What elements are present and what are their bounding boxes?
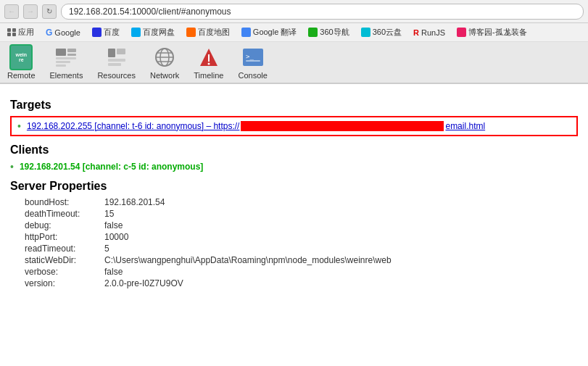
bookmark-360nav-label: 360导航	[320, 27, 349, 38]
weinre-logo-icon: wein re	[9, 46, 33, 69]
prop-key-boundhost: boundHost:	[25, 197, 104, 207]
prop-key-httpport: httpPort:	[25, 232, 104, 242]
prop-row-httpport: httpPort: 10000	[25, 232, 578, 242]
prop-value-debug: false	[104, 220, 123, 230]
tool-elements[interactable]: Elements	[43, 43, 91, 83]
prop-row-verbose: verbose: false	[25, 267, 578, 277]
prop-key-debug: debug:	[25, 220, 104, 230]
prop-value-deathtimeout: 15	[104, 209, 114, 219]
svg-rect-20	[246, 60, 260, 62]
prop-row-deathtimeout: deathTimeout: 15	[25, 209, 578, 219]
svg-text:>_: >_	[246, 53, 254, 60]
bookmark-google-label: Google	[54, 28, 80, 37]
targets-heading: Targets	[10, 99, 578, 112]
svg-rect-0	[56, 49, 66, 56]
bookmark-apps-label: 应用	[18, 27, 34, 38]
bullet-icon: •	[17, 120, 21, 132]
network-icon	[153, 46, 176, 69]
tool-remote[interactable]: wein re Remote	[0, 43, 43, 83]
tool-console-label: Console	[238, 71, 267, 80]
svg-rect-5	[56, 65, 66, 67]
bookmark-runjs-label: RunJS	[421, 28, 445, 37]
server-props-section: Server Properties boundHost: 192.168.201…	[10, 180, 578, 288]
console-icon: >_	[241, 46, 265, 69]
address-bar[interactable]	[61, 4, 584, 20]
baidu-net-icon	[131, 28, 141, 37]
svg-rect-3	[56, 57, 76, 59]
client-link[interactable]: 192.168.201.54 [channel: c-5 id: anonymo…	[20, 162, 203, 172]
bookmark-baidu-map[interactable]: 百度地图	[182, 25, 234, 39]
target-link-text: 192.168.202.255 [channel: t-6 id: anonym…	[27, 121, 240, 131]
server-heading: Server Properties	[10, 180, 578, 193]
runjs-icon: R	[413, 28, 419, 37]
client-item: • 192.168.201.54 [channel: c-5 id: anony…	[10, 161, 578, 172]
tool-timeline-label: Timeline	[194, 71, 223, 80]
client-bullet-icon: •	[10, 161, 14, 172]
prop-row-version: version: 2.0.0-pre-I0Z7U9OV	[25, 278, 578, 288]
clients-heading: Clients	[10, 144, 578, 157]
tool-console[interactable]: >_ Console	[231, 43, 274, 83]
prop-row-boundhost: boundHost: 192.168.201.54	[25, 197, 578, 207]
redacted-url	[241, 121, 444, 131]
prop-value-readtimeout: 5	[104, 244, 109, 254]
forward-button[interactable]: →	[23, 4, 38, 19]
bookmark-baidu-net[interactable]: 百度网盘	[127, 25, 179, 39]
blog-icon	[457, 28, 466, 37]
timeline-icon	[197, 46, 220, 69]
prop-value-boundhost: 192.168.201.54	[104, 197, 165, 207]
bookmark-360nav[interactable]: 360导航	[304, 25, 353, 39]
prop-value-httpport: 10000	[104, 232, 128, 242]
prop-value-version: 2.0.0-pre-I0Z7U9OV	[104, 278, 183, 288]
svg-point-17	[207, 62, 210, 65]
svg-rect-7	[117, 49, 125, 54]
devtools-toolbar: wein re Remote Elements	[0, 42, 588, 84]
tool-network[interactable]: Network	[143, 43, 186, 83]
prop-key-verbose: verbose:	[25, 267, 104, 277]
bookmark-blog-label: 博客园-孤尨装备	[468, 27, 527, 38]
bookmark-360cloud-label: 360云盘	[373, 27, 402, 38]
bookmark-baidu-label: 百度	[104, 27, 120, 38]
svg-rect-6	[108, 49, 115, 57]
prop-key-deathtimeout: deathTimeout:	[25, 209, 104, 219]
prop-row-staticwebdir: staticWebDir: C:\Users\wangpenghui\AppDa…	[25, 255, 578, 265]
back-button[interactable]: ←	[4, 4, 19, 19]
prop-row-debug: debug: false	[25, 220, 578, 230]
tool-elements-label: Elements	[50, 71, 83, 80]
bookmark-apps[interactable]: 应用	[3, 25, 38, 39]
bookmark-google[interactable]: G Google	[41, 26, 85, 39]
svg-rect-8	[108, 59, 125, 62]
bookmark-google-trans-label: Google 翻译	[253, 27, 297, 38]
tool-network-label: Network	[150, 71, 179, 80]
google-trans-icon	[241, 28, 251, 37]
bookmark-baidu[interactable]: 百度	[88, 25, 124, 39]
bookmark-google-trans[interactable]: Google 翻译	[237, 25, 302, 39]
resources-icon	[105, 46, 128, 69]
prop-key-staticwebdir: staticWebDir:	[25, 255, 104, 265]
svg-rect-1	[67, 49, 76, 52]
reload-button[interactable]: ↻	[42, 4, 57, 19]
360nav-icon	[308, 28, 318, 37]
bookmark-baidu-map-label: 百度地图	[198, 27, 230, 38]
prop-value-staticwebdir: C:\Users\wangpenghui\AppData\Roaming\npm…	[104, 255, 392, 265]
svg-rect-9	[108, 63, 121, 66]
tool-remote-label: Remote	[7, 71, 36, 80]
targets-section: Targets • 192.168.202.255 [channel: t-6 …	[10, 99, 578, 136]
prop-key-version: version:	[25, 278, 104, 288]
bookmark-blog[interactable]: 博客园-孤尨装备	[452, 25, 531, 39]
target-link-suffix: email.html	[445, 121, 485, 131]
bookmark-runjs[interactable]: R RunJS	[409, 27, 450, 38]
tool-resources-label: Resources	[97, 71, 136, 80]
google-icon: G	[46, 28, 52, 38]
browser-nav-bar: ← → ↻	[0, 0, 588, 23]
baidu-map-icon	[186, 28, 196, 37]
clients-section: Clients • 192.168.201.54 [channel: c-5 i…	[10, 144, 578, 172]
target-link[interactable]: 192.168.202.255 [channel: t-6 id: anonym…	[27, 121, 485, 132]
svg-rect-2	[67, 54, 76, 56]
bookmark-360cloud[interactable]: 360云盘	[357, 25, 406, 39]
tool-timeline[interactable]: Timeline	[186, 43, 231, 83]
server-props-table: boundHost: 192.168.201.54 deathTimeout: …	[25, 197, 578, 288]
360cloud-icon	[361, 28, 370, 37]
tool-resources[interactable]: Resources	[90, 43, 143, 83]
page-content: Targets • 192.168.202.255 [channel: t-6 …	[0, 84, 588, 301]
svg-rect-4	[56, 61, 70, 63]
